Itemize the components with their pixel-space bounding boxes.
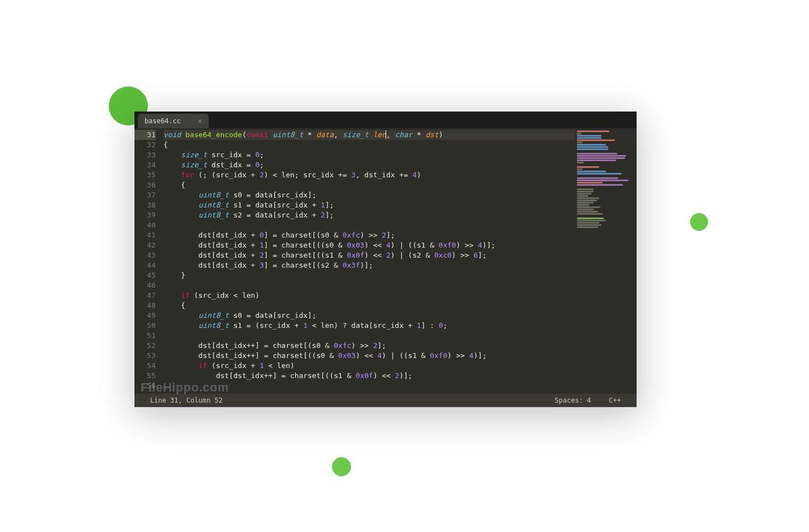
line-number: 53: [134, 351, 156, 361]
minimap-row: [577, 180, 628, 181]
minimap-row: [577, 166, 599, 168]
line-number: 50: [134, 321, 156, 331]
minimap-row: [577, 209, 594, 210]
close-icon[interactable]: ×: [198, 117, 202, 125]
minimap-row: [577, 135, 601, 137]
minimap-row: [577, 173, 622, 175]
code-line: uint8_t s0 = data[src_idx];: [163, 311, 575, 321]
minimap-row: [577, 157, 625, 159]
code-line: dst[dst_idx + 3] = charset[(s2 & 0x3f)];: [163, 260, 575, 270]
code-line: uint8_t s1 = (src_idx + 1 < len) ? data[…: [163, 321, 575, 331]
minimap-row: [577, 222, 599, 224]
status-indent[interactable]: Spaces: 4: [546, 396, 600, 404]
minimap-row: [577, 153, 617, 154]
status-language[interactable]: C++: [600, 396, 630, 404]
minimap-row: [577, 137, 601, 139]
minimap-row: [577, 206, 600, 208]
code-line: {: [163, 140, 575, 150]
code-line: [163, 331, 575, 341]
line-number: 35: [134, 170, 156, 180]
decor-circle-3: [332, 457, 351, 476]
minimap-row: [577, 148, 608, 150]
line-number-gutter: 3132333435363738394041424344454647484950…: [134, 128, 159, 394]
minimap-row: [577, 220, 606, 221]
minimap-row: [577, 139, 615, 141]
minimap-row: [577, 226, 598, 228]
code-line: [163, 220, 575, 230]
line-number: 56: [134, 381, 156, 391]
minimap-row: [577, 159, 616, 161]
minimap-row: [577, 168, 582, 170]
minimap-row: [577, 213, 603, 215]
line-number: 41: [134, 230, 156, 240]
line-number: 44: [134, 260, 156, 270]
minimap-row: [577, 142, 582, 143]
minimap-row: [577, 188, 594, 190]
minimap-row: [577, 217, 604, 219]
minimap-row: [577, 182, 603, 183]
line-number: 54: [134, 361, 156, 371]
line-number: 46: [134, 280, 156, 291]
minimap[interactable]: [575, 128, 637, 394]
line-number: 42: [134, 240, 156, 250]
minimap-row: [577, 130, 609, 132]
line-number: 40: [134, 220, 156, 230]
code-line: dst[dst_idx + 0] = charset[(s0 & 0xfc) >…: [163, 230, 575, 240]
minimap-row: [577, 193, 591, 195]
minimap-row: [577, 146, 608, 148]
minimap-row: [577, 133, 581, 134]
minimap-row: [577, 224, 601, 226]
minimap-row: [577, 200, 597, 201]
minimap-row: [577, 162, 584, 163]
line-number: 36: [134, 180, 156, 190]
minimap-row: [577, 144, 606, 146]
code-line: dst[dst_idx + 1] = charset[((s0 & 0x03) …: [163, 240, 575, 250]
line-number: 43: [134, 250, 156, 260]
minimap-row: [577, 195, 588, 197]
code-line: [163, 381, 575, 391]
code-area[interactable]: void base64_encode(const uint8_t * data,…: [159, 128, 575, 394]
line-number: 55: [134, 371, 156, 381]
code-line: dst[dst_idx + 2] = charset[((s1 & 0x0f) …: [163, 250, 575, 260]
line-number: 45: [134, 270, 156, 280]
minimap-row: [577, 211, 598, 212]
minimap-row: [577, 177, 618, 179]
line-number: 33: [134, 150, 156, 160]
code-line: {: [163, 301, 575, 311]
tab-label: base64.cc: [145, 117, 181, 125]
tab-bar: base64.cc ×: [134, 112, 637, 128]
code-line: if (src_idx < len): [163, 291, 575, 301]
code-line: dst[dst_idx++] = charset[(s0 & 0xfc) >> …: [163, 341, 575, 351]
status-bar: Line 31, Column 52 Spaces: 4 C++: [134, 394, 637, 407]
line-number: 48: [134, 301, 156, 311]
minimap-row: [577, 184, 623, 186]
line-number: 52: [134, 341, 156, 351]
code-line: uint8_t s1 = data[src_idx + 1];: [163, 200, 575, 210]
line-number: 39: [134, 210, 156, 220]
code-line: void base64_encode(const uint8_t * data,…: [163, 130, 575, 140]
code-line: [163, 280, 575, 291]
line-number: 51: [134, 331, 156, 341]
status-cursor-pos[interactable]: Line 31, Column 52: [141, 396, 232, 404]
code-line: }: [163, 270, 575, 280]
code-line: dst[dst_idx++] = charset[((s1 & 0x0f) <<…: [163, 371, 575, 381]
code-line: for (; (src_idx + 2) < len; src_idx += 3…: [163, 170, 575, 180]
code-editor-window: base64.cc × 3132333435363738394041424344…: [134, 112, 637, 407]
code-line: if (src_idx + 1 < len): [163, 361, 575, 371]
line-number: 47: [134, 291, 156, 301]
tab-base64[interactable]: base64.cc ×: [138, 114, 209, 128]
line-number: 49: [134, 311, 156, 321]
decor-circle-2: [690, 213, 708, 231]
code-line: size_t dst_idx = 0;: [163, 160, 575, 170]
code-line: {: [163, 180, 575, 190]
code-line: dst[dst_idx++] = charset[((s0 & 0x03) <<…: [163, 351, 575, 361]
minimap-row: [577, 155, 626, 157]
line-number: 34: [134, 160, 156, 170]
code-line: uint8_t s0 = data[src_idx];: [163, 190, 575, 200]
minimap-row: [577, 171, 606, 172]
minimap-row: [577, 202, 594, 204]
minimap-row: [577, 197, 599, 199]
line-number: 37: [134, 190, 156, 200]
line-number: 32: [134, 140, 156, 150]
minimap-row: [577, 204, 589, 206]
